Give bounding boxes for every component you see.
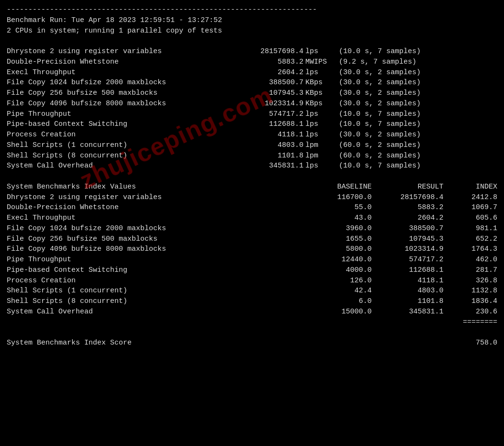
index-bench-index: 230.6 bbox=[444, 307, 498, 317]
index-bench-result: 4803.0 bbox=[372, 286, 444, 296]
index-bench-index: 1836.4 bbox=[444, 296, 498, 307]
terminal-container: ----------------------------------------… bbox=[7, 5, 497, 348]
raw-bench-name: Dhrystone 2 using register variables bbox=[7, 46, 246, 57]
score-label: System Benchmarks Index Score bbox=[7, 338, 454, 348]
index-bench-index: 605.6 bbox=[444, 213, 498, 223]
index-bench-result: 5883.2 bbox=[372, 202, 444, 213]
raw-bench-info: (30.0 s, 2 samples) bbox=[337, 130, 497, 140]
header-line2: 2 CPUs in system; running 1 parallel cop… bbox=[7, 26, 497, 36]
raw-result-row: File Copy 256 bufsize 500 maxblocks 1079… bbox=[7, 88, 497, 99]
raw-bench-info: (10.0 s, 7 samples) bbox=[337, 119, 497, 130]
index-bench-baseline: 1655.0 bbox=[306, 234, 372, 245]
index-header-index: INDEX bbox=[444, 182, 498, 192]
raw-bench-info: (10.0 s, 7 samples) bbox=[337, 46, 497, 57]
raw-bench-name: System Call Overhead bbox=[7, 161, 246, 171]
raw-bench-unit: KBps bbox=[303, 99, 337, 109]
index-bench-name: Shell Scripts (1 concurrent) bbox=[7, 286, 306, 296]
raw-bench-info: (60.0 s, 2 samples) bbox=[337, 151, 497, 161]
index-bench-name: System Call Overhead bbox=[7, 307, 306, 317]
raw-result-row: Execl Throughput 2604.2 lps (30.0 s, 2 s… bbox=[7, 67, 497, 78]
index-bench-result: 345831.1 bbox=[372, 307, 444, 317]
index-bench-result: 1023314.9 bbox=[372, 244, 444, 255]
index-bench-index: 652.2 bbox=[444, 234, 498, 245]
index-bench-baseline: 5800.0 bbox=[306, 244, 372, 255]
index-result-row: Double-Precision Whetstone 55.0 5883.2 1… bbox=[7, 202, 497, 213]
raw-bench-value: 28157698.4 bbox=[246, 46, 303, 57]
raw-bench-unit: lps bbox=[303, 109, 337, 120]
index-bench-index: 462.0 bbox=[444, 255, 498, 265]
raw-bench-value: 345831.1 bbox=[246, 161, 303, 171]
index-result-row: Dhrystone 2 using register variables 116… bbox=[7, 192, 497, 203]
index-bench-baseline: 43.0 bbox=[306, 213, 372, 223]
index-result-row: File Copy 1024 bufsize 2000 maxblocks 39… bbox=[7, 223, 497, 234]
raw-bench-info: (30.0 s, 2 samples) bbox=[337, 67, 497, 78]
raw-result-row: System Call Overhead 345831.1 lps (10.0 … bbox=[7, 161, 497, 171]
raw-bench-info: (10.0 s, 7 samples) bbox=[337, 109, 497, 120]
raw-result-row: Shell Scripts (1 concurrent) 4803.0 lpm … bbox=[7, 140, 497, 151]
index-bench-index: 281.7 bbox=[444, 265, 498, 276]
equals-separator: ======== bbox=[444, 317, 498, 328]
index-result-row: Shell Scripts (1 concurrent) 42.4 4803.0… bbox=[7, 286, 497, 296]
index-bench-name: Execl Throughput bbox=[7, 213, 306, 223]
index-bench-baseline: 116700.0 bbox=[306, 192, 372, 203]
index-bench-baseline: 12440.0 bbox=[306, 255, 372, 265]
raw-bench-value: 1023314.9 bbox=[246, 99, 303, 109]
index-result-row: Pipe Throughput 12440.0 574717.2 462.0 bbox=[7, 255, 497, 265]
index-result-row: System Call Overhead 15000.0 345831.1 23… bbox=[7, 307, 497, 317]
index-result-row: Pipe-based Context Switching 4000.0 1126… bbox=[7, 265, 497, 276]
raw-bench-unit: lps bbox=[303, 161, 337, 171]
index-bench-baseline: 6.0 bbox=[306, 296, 372, 307]
index-bench-index: 1764.3 bbox=[444, 244, 498, 255]
raw-bench-name: File Copy 4096 bufsize 8000 maxblocks bbox=[7, 99, 246, 109]
raw-bench-unit: KBps bbox=[303, 88, 337, 99]
index-result-row: File Copy 256 bufsize 500 maxblocks 1655… bbox=[7, 234, 497, 245]
index-bench-index: 1132.8 bbox=[444, 286, 498, 296]
raw-bench-unit: lps bbox=[303, 46, 337, 57]
raw-bench-name: Pipe Throughput bbox=[7, 109, 246, 120]
index-result-row: Shell Scripts (8 concurrent) 6.0 1101.8 … bbox=[7, 296, 497, 307]
index-bench-baseline: 4000.0 bbox=[306, 265, 372, 276]
index-bench-baseline: 55.0 bbox=[306, 202, 372, 213]
raw-result-row: File Copy 4096 bufsize 8000 maxblocks 10… bbox=[7, 99, 497, 109]
raw-bench-unit: lps bbox=[303, 130, 337, 140]
index-bench-index: 981.1 bbox=[444, 223, 498, 234]
raw-bench-name: Execl Throughput bbox=[7, 67, 246, 78]
raw-bench-name: Shell Scripts (1 concurrent) bbox=[7, 140, 246, 151]
raw-bench-info: (30.0 s, 2 samples) bbox=[337, 88, 497, 99]
divider-top: ----------------------------------------… bbox=[7, 5, 497, 15]
index-header-baseline: BASELINE bbox=[306, 182, 372, 192]
index-bench-result: 574717.2 bbox=[372, 255, 444, 265]
index-bench-result: 112688.1 bbox=[372, 265, 444, 276]
raw-bench-unit: lps bbox=[303, 67, 337, 78]
score-value: 758.0 bbox=[454, 338, 497, 348]
equals-row: ======== bbox=[7, 317, 497, 328]
index-bench-baseline: 3960.0 bbox=[306, 223, 372, 234]
index-bench-name: File Copy 256 bufsize 500 maxblocks bbox=[7, 234, 306, 245]
raw-bench-name: Pipe-based Context Switching bbox=[7, 119, 246, 130]
index-bench-result: 2604.2 bbox=[372, 213, 444, 223]
raw-result-row: File Copy 1024 bufsize 2000 maxblocks 38… bbox=[7, 78, 497, 88]
raw-bench-info: (10.0 s, 7 samples) bbox=[337, 161, 497, 171]
index-bench-result: 28157698.4 bbox=[372, 192, 444, 203]
raw-bench-value: 574717.2 bbox=[246, 109, 303, 120]
raw-bench-info: (60.0 s, 2 samples) bbox=[337, 140, 497, 151]
index-result-row: File Copy 4096 bufsize 8000 maxblocks 58… bbox=[7, 244, 497, 255]
raw-result-row: Dhrystone 2 using register variables 281… bbox=[7, 46, 497, 57]
index-bench-name: Pipe-based Context Switching bbox=[7, 265, 306, 276]
raw-result-row: Process Creation 4118.1 lps (30.0 s, 2 s… bbox=[7, 130, 497, 140]
index-bench-baseline: 126.0 bbox=[306, 276, 372, 286]
index-bench-name: File Copy 1024 bufsize 2000 maxblocks bbox=[7, 223, 306, 234]
index-bench-name: Dhrystone 2 using register variables bbox=[7, 192, 306, 203]
index-bench-name: Double-Precision Whetstone bbox=[7, 202, 306, 213]
raw-bench-value: 388500.7 bbox=[246, 78, 303, 88]
index-bench-result: 4118.1 bbox=[372, 276, 444, 286]
raw-bench-unit: lpm bbox=[303, 151, 337, 161]
index-header-row: System Benchmarks Index Values BASELINE … bbox=[7, 182, 497, 192]
raw-bench-unit: lpm bbox=[303, 140, 337, 151]
raw-bench-info: (30.0 s, 2 samples) bbox=[337, 99, 497, 109]
raw-bench-value: 1101.8 bbox=[246, 151, 303, 161]
index-bench-name: Process Creation bbox=[7, 276, 306, 286]
raw-bench-info: (9.2 s, 7 samples) bbox=[337, 57, 497, 67]
index-bench-name: Shell Scripts (8 concurrent) bbox=[7, 296, 306, 307]
raw-bench-value: 107945.3 bbox=[246, 88, 303, 99]
